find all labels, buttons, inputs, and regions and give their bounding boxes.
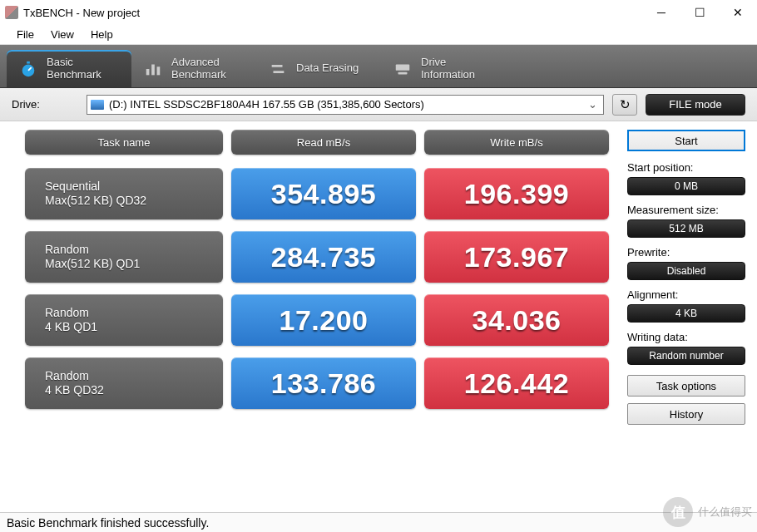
task-cell: RandomMax(512 KB) QD1 bbox=[25, 231, 223, 283]
refresh-button[interactable]: ↻ bbox=[612, 94, 637, 116]
drive-row: Drive: (D:) INTEL SSDSC2BF180A4H 167.55 … bbox=[0, 88, 757, 121]
write-value: 196.399 bbox=[424, 168, 609, 219]
tab-label: AdvancedBenchmark bbox=[171, 57, 226, 81]
start-position-label: Start position: bbox=[627, 161, 745, 174]
header-row: Task name Read mB/s Write mB/s bbox=[25, 130, 612, 155]
read-value: 354.895 bbox=[231, 168, 416, 219]
close-button[interactable]: ✕ bbox=[719, 0, 757, 25]
menu-file[interactable]: File bbox=[8, 27, 42, 42]
watermark-badge: 值 bbox=[663, 497, 693, 527]
writing-data-value[interactable]: Random number bbox=[627, 347, 745, 365]
svg-rect-4 bbox=[151, 64, 155, 75]
side-panel: Start Start position: 0 MB Measurement s… bbox=[627, 130, 745, 425]
writing-data-label: Writing data: bbox=[627, 331, 745, 343]
file-mode-button[interactable]: FILE mode bbox=[646, 94, 745, 116]
tab-basic-benchmark[interactable]: BasicBenchmark bbox=[7, 50, 131, 87]
tabbar: BasicBenchmark AdvancedBenchmark Data Er… bbox=[0, 45, 757, 88]
watermark-text: 什么值得买 bbox=[698, 505, 752, 520]
measurement-size-label: Measurement size: bbox=[627, 204, 745, 216]
prewrite-label: Prewrite: bbox=[627, 246, 745, 259]
drive-label: Drive: bbox=[12, 98, 78, 111]
menubar: File View Help bbox=[0, 25, 757, 45]
minimize-button[interactable]: ─ bbox=[642, 0, 680, 25]
menu-view[interactable]: View bbox=[42, 27, 82, 42]
read-value: 284.735 bbox=[231, 231, 416, 283]
tab-advanced-benchmark[interactable]: AdvancedBenchmark bbox=[131, 50, 256, 87]
drive-value: (D:) INTEL SSDSC2BF180A4H 167.55 GB (351… bbox=[109, 98, 585, 111]
refresh-icon: ↻ bbox=[620, 97, 631, 112]
titlebar: TxBENCH - New project ─ ☐ ✕ bbox=[0, 0, 757, 25]
tab-label: BasicBenchmark bbox=[47, 57, 101, 81]
stopwatch-icon bbox=[18, 59, 38, 79]
prewrite-value[interactable]: Disabled bbox=[627, 262, 745, 280]
read-value: 133.786 bbox=[231, 357, 416, 409]
window-title: TxBENCH - New project bbox=[23, 7, 642, 19]
tab-label: DriveInformation bbox=[421, 57, 475, 81]
svg-rect-6 bbox=[396, 64, 410, 70]
header-write: Write mB/s bbox=[424, 130, 609, 155]
read-value: 17.200 bbox=[231, 294, 416, 346]
svg-rect-1 bbox=[27, 61, 30, 63]
header-task: Task name bbox=[25, 130, 223, 155]
write-value: 126.442 bbox=[424, 357, 609, 409]
svg-rect-3 bbox=[146, 69, 150, 75]
app-icon bbox=[5, 6, 18, 19]
alignment-value[interactable]: 4 KB bbox=[627, 304, 745, 323]
start-button[interactable]: Start bbox=[627, 130, 745, 151]
table-row: RandomMax(512 KB) QD1 284.735 173.967 bbox=[25, 231, 612, 283]
status-text: Basic Benchmark finished successfully. bbox=[7, 516, 209, 530]
tab-label: Data Erasing bbox=[296, 62, 359, 75]
svg-rect-5 bbox=[157, 66, 161, 75]
maximize-button[interactable]: ☐ bbox=[680, 0, 719, 25]
drive-select[interactable]: (D:) INTEL SSDSC2BF180A4H 167.55 GB (351… bbox=[87, 95, 604, 115]
task-cell: Random4 KB QD32 bbox=[25, 357, 223, 409]
results-table: Task name Read mB/s Write mB/s Sequentia… bbox=[25, 130, 612, 425]
measurement-size-value[interactable]: 512 MB bbox=[627, 219, 745, 238]
write-value: 34.036 bbox=[424, 294, 609, 346]
menu-help[interactable]: Help bbox=[82, 27, 121, 42]
svg-rect-7 bbox=[398, 71, 408, 74]
alignment-label: Alignment: bbox=[627, 288, 745, 301]
task-cell: Random4 KB QD1 bbox=[25, 294, 223, 346]
tab-data-erasing[interactable]: Data Erasing bbox=[256, 50, 381, 87]
mode-label: FILE mode bbox=[669, 98, 722, 111]
drive-icon bbox=[393, 59, 413, 79]
write-value: 173.967 bbox=[424, 231, 609, 283]
main-area: Task name Read mB/s Write mB/s Sequentia… bbox=[0, 121, 757, 425]
task-options-button[interactable]: Task options bbox=[627, 375, 745, 397]
table-row: Random4 KB QD32 133.786 126.442 bbox=[25, 357, 612, 409]
header-read: Read mB/s bbox=[231, 130, 416, 155]
chevron-down-icon: ⌄ bbox=[585, 98, 600, 111]
erase-icon bbox=[268, 59, 288, 79]
start-position-value[interactable]: 0 MB bbox=[627, 177, 745, 195]
table-row: SequentialMax(512 KB) QD32 354.895 196.3… bbox=[25, 168, 612, 219]
tab-drive-information[interactable]: DriveInformation bbox=[381, 50, 506, 87]
table-row: Random4 KB QD1 17.200 34.036 bbox=[25, 294, 612, 346]
task-cell: SequentialMax(512 KB) QD32 bbox=[25, 168, 223, 219]
bars-icon bbox=[143, 59, 163, 79]
status-bar: Basic Benchmark finished successfully. bbox=[0, 512, 757, 532]
window-controls: ─ ☐ ✕ bbox=[642, 0, 757, 25]
history-button[interactable]: History bbox=[627, 403, 745, 425]
hdd-icon bbox=[91, 100, 104, 110]
watermark: 值 什么值得买 bbox=[663, 497, 752, 527]
